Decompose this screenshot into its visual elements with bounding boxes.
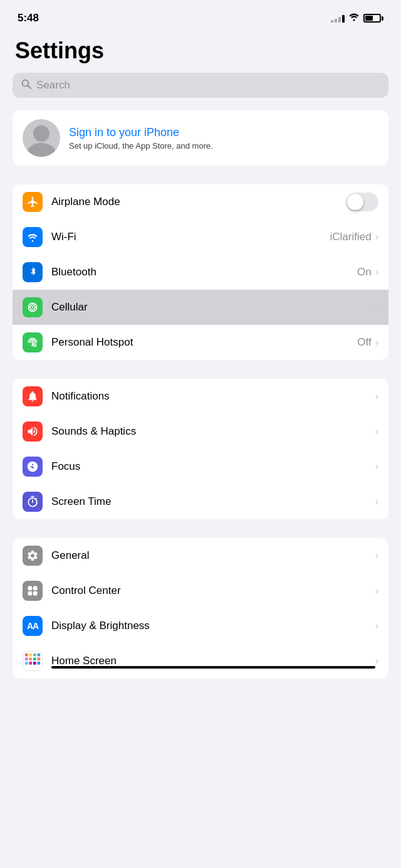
displaybrightness-row[interactable]: AA Display & Brightness › [13, 608, 388, 643]
wifi-row[interactable]: Wi-Fi iClarified › [13, 220, 388, 255]
display-group: General › Control Center › AA Display & … [13, 538, 388, 679]
airplane-mode-icon [23, 192, 43, 212]
page-title: Settings [0, 31, 401, 73]
svg-rect-10 [28, 586, 33, 591]
airplane-mode-label: Airplane Mode [51, 196, 346, 208]
controlcenter-chevron: › [375, 585, 378, 596]
svg-rect-17 [33, 654, 36, 657]
sounds-chevron: › [375, 426, 378, 437]
wifi-status-icon [348, 13, 360, 24]
signin-text: Sign in to your iPhone Set up iCloud, th… [69, 126, 378, 151]
airplane-mode-row[interactable]: Airplane Mode [13, 184, 388, 220]
screentime-chevron: › [375, 496, 378, 507]
svg-rect-11 [33, 586, 38, 591]
general-icon [23, 546, 43, 566]
signin-subtitle: Set up iCloud, the App Store, and more. [69, 141, 378, 151]
svg-rect-22 [38, 657, 41, 660]
signin-row[interactable]: Sign in to your iPhone Set up iCloud, th… [13, 110, 388, 166]
svg-rect-16 [29, 654, 32, 657]
screentime-row[interactable]: Screen Time › [13, 484, 388, 519]
svg-point-4 [32, 307, 34, 309]
screentime-icon [23, 492, 43, 512]
svg-rect-20 [29, 657, 32, 660]
cellular-label: Cellular [51, 301, 375, 314]
search-bar[interactable]: Search [13, 73, 388, 98]
svg-rect-19 [25, 657, 28, 660]
homescreen-icon [23, 651, 43, 671]
controlcenter-row[interactable]: Control Center › [13, 573, 388, 608]
focus-label: Focus [51, 460, 375, 473]
status-bar: 5:48 [0, 0, 401, 31]
notifications-row[interactable]: Notifications › [13, 379, 388, 414]
general-label: General [51, 549, 375, 562]
sounds-row[interactable]: Sounds & Haptics › [13, 414, 388, 449]
status-icons [331, 13, 383, 24]
general-row[interactable]: General › [13, 538, 388, 573]
hotspot-label: Personal Hotspot [51, 336, 357, 349]
wifi-chevron: › [375, 231, 378, 243]
hotspot-icon [23, 332, 43, 352]
signal-icon [331, 14, 345, 23]
displaybrightness-chevron: › [375, 620, 378, 632]
homescreen-chevron: › [375, 655, 378, 667]
notifications-chevron: › [375, 391, 378, 402]
svg-rect-12 [28, 591, 33, 596]
hotspot-value: Off [357, 336, 371, 349]
signin-title: Sign in to your iPhone [69, 126, 378, 139]
battery-icon [363, 14, 383, 23]
screentime-label: Screen Time [51, 495, 375, 508]
sounds-label: Sounds & Haptics [51, 425, 375, 438]
svg-line-1 [28, 86, 31, 89]
wifi-value: iClarified [330, 231, 372, 243]
svg-rect-25 [33, 662, 36, 665]
bluetooth-row[interactable]: Bluetooth On › [13, 255, 388, 290]
hotspot-chevron: › [375, 337, 378, 348]
svg-rect-24 [29, 662, 32, 665]
svg-rect-26 [38, 662, 41, 665]
svg-rect-18 [38, 654, 41, 657]
svg-rect-21 [33, 657, 36, 660]
notifications-group: Notifications › Sounds & Haptics › Focus… [13, 379, 388, 519]
search-placeholder: Search [36, 79, 70, 92]
search-icon [21, 79, 31, 92]
homescreen-label: Home Screen [51, 655, 375, 667]
notifications-icon [23, 386, 43, 406]
cellular-icon [23, 297, 43, 317]
focus-icon [23, 457, 43, 477]
bluetooth-chevron: › [375, 267, 378, 278]
avatar [23, 119, 60, 157]
connectivity-group: Airplane Mode Wi-Fi iClarified › Bluetoo… [13, 184, 388, 360]
displaybrightness-label: Display & Brightness [51, 620, 375, 632]
sounds-icon [23, 421, 43, 442]
svg-rect-15 [25, 654, 28, 657]
focus-row[interactable]: Focus › [13, 449, 388, 484]
controlcenter-icon [23, 581, 43, 601]
wifi-icon [23, 227, 43, 247]
wifi-label: Wi-Fi [51, 231, 330, 243]
bluetooth-icon [23, 262, 43, 282]
cellular-chevron: › [375, 302, 378, 313]
controlcenter-label: Control Center [51, 585, 375, 597]
svg-rect-23 [25, 662, 28, 665]
cellular-row[interactable]: Cellular › [13, 290, 388, 325]
displaybrightness-icon: AA [23, 616, 43, 636]
general-chevron: › [375, 550, 378, 561]
airplane-mode-toggle[interactable] [346, 193, 378, 211]
bluetooth-value: On [357, 266, 372, 278]
notifications-label: Notifications [51, 390, 375, 403]
hotspot-row[interactable]: Personal Hotspot Off › [13, 325, 388, 360]
bluetooth-label: Bluetooth [51, 266, 357, 278]
svg-rect-13 [33, 591, 38, 596]
focus-chevron: › [375, 461, 378, 472]
status-time: 5:48 [18, 12, 39, 24]
homescreen-row[interactable]: Home Screen › [13, 643, 388, 679]
